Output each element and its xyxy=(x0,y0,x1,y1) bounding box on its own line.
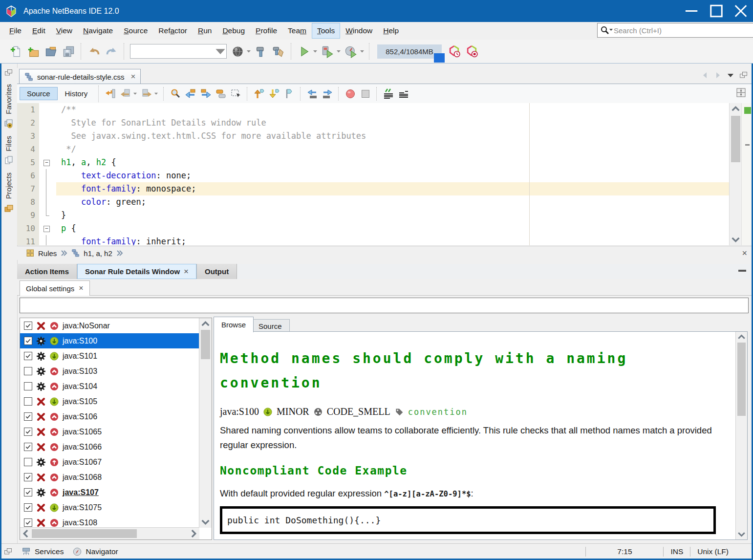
history-view-button[interactable]: History xyxy=(58,87,95,100)
scroll-left-icon[interactable] xyxy=(20,528,31,539)
rule-list-item[interactable]: java:S1068 xyxy=(20,470,199,485)
insert-mode[interactable]: INS xyxy=(664,544,690,559)
tab-close-icon[interactable]: × xyxy=(184,267,189,277)
rule-checkbox[interactable] xyxy=(24,488,32,496)
rule-list-item[interactable]: java:S107 xyxy=(20,485,199,500)
code-editor[interactable]: /** Style for SonarLint Details window r… xyxy=(17,103,729,245)
tab-source[interactable]: Source xyxy=(251,319,290,332)
rule-checkbox[interactable] xyxy=(24,382,32,390)
sidebar-item-projects[interactable]: Projects xyxy=(3,172,14,214)
code-line[interactable]: See javax.swing.text.html.CSS for more a… xyxy=(17,129,729,143)
code-line[interactable]: text-decoration: none; xyxy=(17,169,729,182)
tab-scroll-right-icon[interactable] xyxy=(714,71,722,79)
fold-collapse-icon[interactable]: − xyxy=(43,160,50,166)
rule-list-item[interactable]: java:S1065 xyxy=(20,424,199,439)
menu-item-refactor[interactable]: Refactor xyxy=(153,23,193,39)
memory-indicator[interactable]: 852,4/1084MB xyxy=(377,44,442,59)
menu-item-file[interactable]: File xyxy=(4,23,27,39)
menu-item-source[interactable]: Source xyxy=(118,23,153,39)
menu-item-profile[interactable]: Profile xyxy=(250,23,282,39)
editor-shift-right-button[interactable] xyxy=(320,86,335,101)
scroll-up-icon[interactable] xyxy=(730,103,742,114)
tab-list-icon[interactable] xyxy=(727,71,734,79)
rule-list-item[interactable]: java:S106 xyxy=(20,409,199,424)
rule-list-item[interactable]: java:S1075 xyxy=(20,500,199,515)
editor-toggle-highlight-button[interactable] xyxy=(213,86,228,101)
caret-position[interactable]: 7:15 xyxy=(586,544,663,559)
rule-checkbox[interactable] xyxy=(24,352,32,360)
rule-list-item[interactable]: java:S1066 xyxy=(20,439,199,454)
tab-scroll-left-icon[interactable] xyxy=(701,71,709,79)
minimize-button[interactable] xyxy=(680,0,704,22)
menu-item-debug[interactable]: Debug xyxy=(217,23,250,39)
rule-list-item[interactable]: java:S104 xyxy=(20,379,199,394)
rule-checkbox[interactable] xyxy=(24,428,32,436)
tab-browse[interactable]: Browse xyxy=(214,317,254,332)
editor-record-macro-button[interactable] xyxy=(343,86,358,101)
rule-checkbox[interactable] xyxy=(24,443,32,451)
rule-list-item[interactable]: java:S103 xyxy=(20,364,199,379)
menu-item-window[interactable]: Window xyxy=(340,23,378,39)
editor-next-occurrence-button[interactable] xyxy=(198,86,213,101)
inner-tab-close-icon[interactable]: × xyxy=(79,284,83,293)
breadcrumb-selector[interactable]: h1, a, h2 xyxy=(84,249,112,258)
scroll-down-icon[interactable] xyxy=(730,235,742,245)
toolbar-redo-button[interactable] xyxy=(103,43,120,60)
rule-list-item[interactable]: java:S108 xyxy=(20,515,199,528)
editor-nav-back-button[interactable] xyxy=(118,86,133,101)
editor-uncomment-button[interactable] xyxy=(381,86,396,101)
editor-shift-left-button[interactable] xyxy=(304,86,320,101)
menu-item-run[interactable]: Run xyxy=(193,23,217,39)
toolbar-undo-button[interactable] xyxy=(85,43,103,60)
toolbar-sonar-clock-button[interactable] xyxy=(446,43,463,60)
maximize-button[interactable] xyxy=(704,0,729,22)
breadcrumb-root[interactable]: Rules xyxy=(38,249,57,258)
toolbar-run-button[interactable] xyxy=(295,43,313,60)
toolbar-new-project-button[interactable] xyxy=(24,43,42,60)
configuration-combo[interactable] xyxy=(130,44,227,59)
rule-filter-box[interactable] xyxy=(20,298,749,313)
toolbar-profile-button[interactable] xyxy=(342,43,360,60)
editor-vertical-scrollbar[interactable] xyxy=(729,103,742,245)
fold-collapse-icon[interactable]: − xyxy=(43,226,50,232)
menu-item-navigate[interactable]: Navigate xyxy=(78,23,118,39)
tab-sonar-rule-details-window[interactable]: Sonar Rule Details Window× xyxy=(77,264,197,279)
toolbar-open-project-button[interactable] xyxy=(42,43,60,60)
code-fold-column[interactable]: −− xyxy=(39,103,56,245)
code-line[interactable]: font-family: inherit; xyxy=(17,235,729,245)
code-line[interactable]: } xyxy=(17,209,729,222)
rule-checkbox[interactable] xyxy=(24,412,32,421)
rule-list-item[interactable]: java:S105 xyxy=(20,394,199,409)
tab-action-items[interactable]: Action Items xyxy=(17,264,77,279)
editor-tab-close-icon[interactable]: × xyxy=(130,72,135,82)
line-ending[interactable]: Unix (LF) xyxy=(690,544,753,559)
quick-search[interactable] xyxy=(597,23,753,38)
dock-window-icon[interactable] xyxy=(4,547,13,556)
menu-item-team[interactable]: Team xyxy=(282,23,312,39)
code-line[interactable]: */ xyxy=(17,143,729,156)
rule-checkbox[interactable] xyxy=(24,397,32,406)
rule-list-item[interactable]: java:S100 xyxy=(20,333,199,348)
editor-comment-button[interactable] xyxy=(396,86,411,101)
rule-list-vertical-scrollbar[interactable] xyxy=(199,318,212,528)
toolbar-new-file-button[interactable] xyxy=(7,43,24,60)
editor-bookmark-toggle-button[interactable] xyxy=(281,86,297,101)
rule-checkbox[interactable] xyxy=(24,458,32,466)
menu-item-tools[interactable]: Tools xyxy=(312,23,340,39)
editor-nav-forward-button[interactable] xyxy=(139,86,154,101)
source-view-button[interactable]: Source xyxy=(20,87,58,100)
tab-navigator[interactable]: Navigator xyxy=(72,547,118,557)
chevron-down-icon[interactable] xyxy=(313,43,319,60)
code-line[interactable]: Style for SonarLint Details window rule xyxy=(17,116,729,129)
menu-item-view[interactable]: View xyxy=(51,23,78,39)
menu-item-edit[interactable]: Edit xyxy=(27,23,51,39)
scroll-down-icon[interactable] xyxy=(736,530,747,539)
scrollbar-thumb[interactable] xyxy=(731,116,740,162)
sidebar-item-favorites[interactable]: Favorites xyxy=(3,84,14,129)
split-editor-icon[interactable] xyxy=(735,87,747,99)
rule-list-item[interactable]: java:NoSonar xyxy=(20,318,199,333)
rule-checkbox[interactable] xyxy=(24,518,32,527)
maximize-editor-icon[interactable] xyxy=(739,71,748,80)
scrollbar-thumb[interactable] xyxy=(201,330,210,359)
menu-item-help[interactable]: Help xyxy=(378,23,404,39)
